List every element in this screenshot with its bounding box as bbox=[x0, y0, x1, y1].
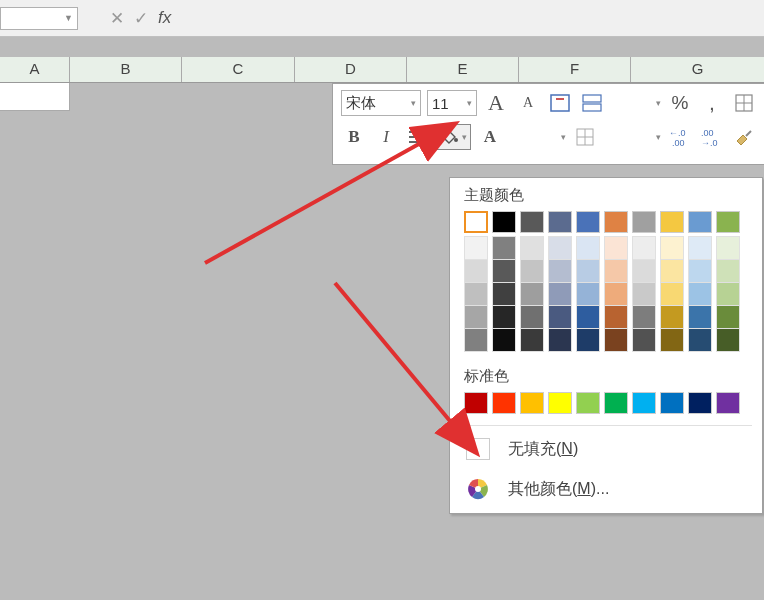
color-swatch[interactable] bbox=[688, 259, 712, 283]
column-header-g[interactable]: G bbox=[631, 57, 764, 82]
align-icon[interactable] bbox=[405, 124, 431, 150]
color-swatch[interactable] bbox=[716, 305, 740, 329]
color-swatch[interactable] bbox=[716, 328, 740, 352]
confirm-icon[interactable]: ✓ bbox=[134, 8, 148, 29]
color-swatch[interactable] bbox=[604, 211, 628, 233]
color-swatch[interactable] bbox=[492, 328, 516, 352]
color-swatch[interactable] bbox=[548, 392, 572, 414]
chevron-down-icon[interactable]: ▼ bbox=[64, 13, 73, 23]
color-swatch[interactable] bbox=[660, 211, 684, 233]
color-swatch[interactable] bbox=[520, 392, 544, 414]
color-swatch[interactable] bbox=[716, 236, 740, 260]
color-swatch[interactable] bbox=[576, 328, 600, 352]
color-swatch[interactable] bbox=[604, 259, 628, 283]
color-swatch[interactable] bbox=[604, 305, 628, 329]
name-box[interactable]: ▼ bbox=[0, 7, 78, 30]
color-swatch[interactable] bbox=[604, 282, 628, 306]
borders-icon[interactable] bbox=[572, 124, 598, 150]
color-swatch[interactable] bbox=[548, 259, 572, 283]
chevron-down-icon[interactable]: ▾ bbox=[467, 98, 472, 108]
color-swatch[interactable] bbox=[492, 211, 516, 233]
no-fill-item[interactable]: 无填充(N) bbox=[450, 429, 762, 469]
cancel-icon[interactable]: ✕ bbox=[110, 8, 124, 29]
color-swatch[interactable] bbox=[660, 328, 684, 352]
increase-font-icon[interactable]: A bbox=[483, 90, 509, 116]
color-swatch[interactable] bbox=[576, 392, 600, 414]
color-swatch[interactable] bbox=[688, 392, 712, 414]
color-swatch[interactable] bbox=[464, 259, 488, 283]
color-swatch[interactable] bbox=[632, 328, 656, 352]
column-header-a[interactable]: A bbox=[0, 57, 70, 82]
color-swatch[interactable] bbox=[520, 236, 544, 260]
color-swatch[interactable] bbox=[464, 211, 488, 233]
color-swatch[interactable] bbox=[492, 305, 516, 329]
color-swatch[interactable] bbox=[660, 236, 684, 260]
color-swatch[interactable] bbox=[576, 236, 600, 260]
autosum-icon[interactable] bbox=[579, 90, 605, 116]
color-swatch[interactable] bbox=[464, 392, 488, 414]
column-header-c[interactable]: C bbox=[182, 57, 295, 82]
color-swatch[interactable] bbox=[660, 282, 684, 306]
color-swatch[interactable] bbox=[632, 236, 656, 260]
color-swatch[interactable] bbox=[716, 282, 740, 306]
comma-icon[interactable]: , bbox=[699, 90, 725, 116]
color-swatch[interactable] bbox=[492, 259, 516, 283]
color-swatch[interactable] bbox=[576, 305, 600, 329]
fill-color-button[interactable]: ▾ bbox=[437, 124, 471, 150]
chevron-down-icon[interactable]: ▾ bbox=[411, 98, 416, 108]
italic-button[interactable]: I bbox=[373, 124, 399, 150]
color-swatch[interactable] bbox=[548, 211, 572, 233]
color-swatch[interactable] bbox=[716, 392, 740, 414]
chevron-down-icon[interactable]: ▾ bbox=[656, 98, 661, 108]
font-name-select[interactable]: 宋体 ▾ bbox=[341, 90, 421, 116]
color-swatch[interactable] bbox=[604, 328, 628, 352]
decrease-font-icon[interactable]: A bbox=[515, 90, 541, 116]
accounting-format-icon[interactable] bbox=[731, 90, 757, 116]
color-swatch[interactable] bbox=[548, 328, 572, 352]
color-swatch[interactable] bbox=[604, 236, 628, 260]
color-swatch[interactable] bbox=[548, 305, 572, 329]
column-header-d[interactable]: D bbox=[295, 57, 407, 82]
color-swatch[interactable] bbox=[716, 211, 740, 233]
color-swatch[interactable] bbox=[632, 259, 656, 283]
more-colors-item[interactable]: 其他颜色(M)... bbox=[450, 469, 762, 509]
color-swatch[interactable] bbox=[716, 259, 740, 283]
font-size-select[interactable]: 11 ▾ bbox=[427, 90, 477, 116]
decrease-decimal-icon[interactable]: .00→.0 bbox=[699, 124, 725, 150]
color-swatch[interactable] bbox=[660, 392, 684, 414]
cell-a1[interactable] bbox=[0, 83, 70, 111]
color-swatch[interactable] bbox=[464, 236, 488, 260]
column-header-f[interactable]: F bbox=[519, 57, 631, 82]
color-swatch[interactable] bbox=[688, 282, 712, 306]
color-swatch[interactable] bbox=[688, 236, 712, 260]
color-swatch[interactable] bbox=[548, 282, 572, 306]
color-swatch[interactable] bbox=[632, 305, 656, 329]
color-swatch[interactable] bbox=[576, 211, 600, 233]
column-header-b[interactable]: B bbox=[70, 57, 182, 82]
font-color-button[interactable]: A bbox=[477, 124, 503, 150]
color-swatch[interactable] bbox=[576, 259, 600, 283]
color-swatch[interactable] bbox=[632, 211, 656, 233]
color-swatch[interactable] bbox=[604, 392, 628, 414]
color-swatch[interactable] bbox=[660, 305, 684, 329]
color-swatch[interactable] bbox=[520, 211, 544, 233]
color-swatch[interactable] bbox=[548, 236, 572, 260]
increase-decimal-icon[interactable]: ←.0.00 bbox=[667, 124, 693, 150]
color-swatch[interactable] bbox=[632, 392, 656, 414]
color-swatch[interactable] bbox=[464, 328, 488, 352]
color-swatch[interactable] bbox=[688, 328, 712, 352]
color-swatch[interactable] bbox=[688, 211, 712, 233]
chevron-down-icon[interactable]: ▾ bbox=[561, 132, 566, 142]
color-swatch[interactable] bbox=[464, 282, 488, 306]
color-swatch[interactable] bbox=[688, 305, 712, 329]
color-swatch[interactable] bbox=[520, 259, 544, 283]
color-swatch[interactable] bbox=[520, 305, 544, 329]
color-swatch[interactable] bbox=[632, 282, 656, 306]
color-swatch[interactable] bbox=[660, 259, 684, 283]
chevron-down-icon[interactable]: ▾ bbox=[656, 132, 661, 142]
color-swatch[interactable] bbox=[576, 282, 600, 306]
color-swatch[interactable] bbox=[520, 328, 544, 352]
column-header-e[interactable]: E bbox=[407, 57, 519, 82]
color-swatch[interactable] bbox=[520, 282, 544, 306]
color-swatch[interactable] bbox=[492, 236, 516, 260]
